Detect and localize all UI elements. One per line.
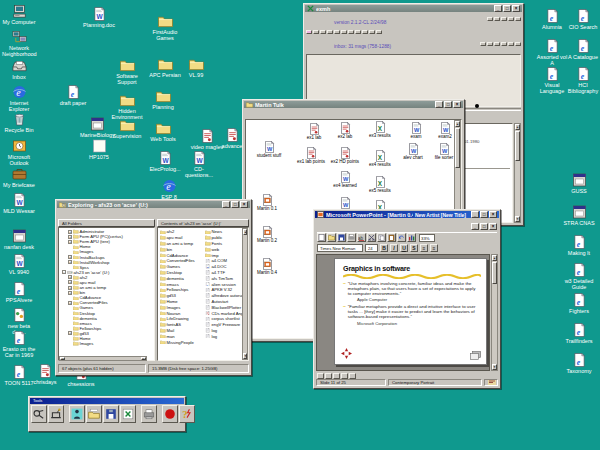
file-icon-item[interactable]: Martin 0.1 xyxy=(252,193,282,212)
scroll-left-icon[interactable]: ◄ xyxy=(60,357,65,360)
desktop-icon[interactable]: e Visual Language xyxy=(535,66,569,94)
normal-view-button[interactable] xyxy=(317,373,324,379)
toolbar-button[interactable] xyxy=(407,233,416,242)
launcher-button[interactable] xyxy=(69,405,85,423)
scroll-down-icon[interactable]: ▼ xyxy=(515,216,520,222)
folder-button[interactable] xyxy=(320,30,326,34)
file-icon-item[interactable]: W ex4 learned xyxy=(330,170,360,189)
file-icon-item[interactable]: X ex4 results xyxy=(365,149,395,168)
launcher-button[interactable] xyxy=(162,405,178,423)
file-icon-item[interactable]: ex2 lab xyxy=(330,121,360,140)
file-icon-item[interactable]: W student stuff xyxy=(254,140,284,159)
desktop-icon[interactable]: W CD-questions... xyxy=(182,150,216,178)
italic-button[interactable]: I xyxy=(390,244,398,252)
desktop-icon[interactable]: e ESP 8 xyxy=(152,178,186,200)
scroll-up-icon[interactable]: ▲ xyxy=(455,121,460,127)
maximize-icon[interactable]: □ xyxy=(444,101,452,108)
folder-button[interactable] xyxy=(334,30,340,34)
maximize-icon[interactable]: □ xyxy=(231,201,239,208)
font-select[interactable]: Times New Roman xyxy=(317,244,363,252)
exmh-menu-button[interactable] xyxy=(487,17,493,21)
contents-item[interactable]: MissingPeople xyxy=(160,339,204,345)
launcher-titlebar[interactable]: Tools xyxy=(30,398,184,404)
launcher-button[interactable]: ? xyxy=(179,405,195,423)
desktop-icon[interactable]: Planning xyxy=(146,88,180,110)
desktop-icon[interactable]: VL.99 xyxy=(179,56,213,78)
desktop-icon[interactable]: e Erasto on the Car in 1969 xyxy=(2,330,36,358)
exmh-scrollbar[interactable]: ▲ ▼ xyxy=(514,123,521,223)
close-icon[interactable]: × xyxy=(240,201,248,208)
desktop-icon[interactable]: W Planning.doc xyxy=(82,6,116,28)
close-icon[interactable]: × xyxy=(453,101,461,108)
launcher-button[interactable] xyxy=(86,405,102,423)
desktop-icon[interactable]: APC Persian xyxy=(148,56,182,78)
sorter-view-button[interactable] xyxy=(341,373,348,379)
exmh-list-button[interactable] xyxy=(480,42,486,46)
desktop-icon[interactable]: e Trailfinders xyxy=(562,322,596,344)
child-restore-icon[interactable]: □ xyxy=(480,223,488,230)
desktop-icon[interactable]: nanfan desk xyxy=(2,228,36,250)
exmh-menu-button[interactable] xyxy=(508,17,514,21)
align-center-button[interactable]: ≡ xyxy=(430,244,438,252)
file-icon-item[interactable]: X ex3 results xyxy=(365,120,395,139)
slide-view-button[interactable] xyxy=(333,373,340,379)
desktop-icon[interactable]: W MLD Wessar xyxy=(2,192,36,214)
toolbar-button[interactable] xyxy=(317,233,326,242)
exmh-list-button[interactable] xyxy=(487,42,493,46)
desktop-icon[interactable]: e CIO Search xyxy=(566,8,600,30)
scroll-up-icon[interactable]: ▲ xyxy=(492,255,497,261)
close-icon[interactable]: × xyxy=(512,5,520,12)
desktop-icon[interactable]: HP1075 xyxy=(82,138,116,160)
toolbar-button[interactable] xyxy=(367,233,376,242)
desktop-icon[interactable]: W ElecProlog... xyxy=(148,150,182,172)
folder-button[interactable] xyxy=(341,30,347,34)
desktop-icon[interactable]: Network Neighborhood xyxy=(2,29,36,57)
exmh-list-button[interactable] xyxy=(508,42,514,46)
outline-view-button[interactable] xyxy=(325,373,332,379)
zoom-select[interactable]: 33% xyxy=(419,234,435,242)
shadow-button[interactable]: S xyxy=(410,244,418,252)
contents-item[interactable]: CDs marked AngelCards xyxy=(205,310,247,316)
file-icon-item[interactable]: Martin 0.2 xyxy=(252,225,282,244)
slide-bullet-block[interactable]: – “Use metaphors involving concrete, fam… xyxy=(343,281,480,302)
exmh-menu-button[interactable] xyxy=(515,17,521,21)
contents-item[interactable]: BlackwellPlotter xyxy=(205,304,247,310)
desktop-icon[interactable]: Inbox xyxy=(2,58,36,80)
exmh-sash-grip[interactable] xyxy=(475,104,479,108)
martin-titlebar[interactable]: Martin Tulk _ □ × xyxy=(244,101,463,108)
close-icon[interactable]: × xyxy=(489,211,497,218)
launcher-button[interactable] xyxy=(141,405,157,423)
minimize-icon[interactable]: _ xyxy=(471,211,479,218)
expand-icon[interactable]: - xyxy=(62,270,66,274)
maximize-icon[interactable]: □ xyxy=(503,5,511,12)
file-icon-item[interactable]: W exam xyxy=(401,121,431,140)
folder-button[interactable] xyxy=(306,30,312,34)
powerpoint-titlebar[interactable]: Microsoft PowerPoint - [Martin 0.4] New … xyxy=(315,211,499,218)
desktop-icon[interactable]: e Assorted vol A xyxy=(535,38,569,66)
folder-button[interactable] xyxy=(355,30,361,34)
expand-icon[interactable]: + xyxy=(68,286,72,290)
slide-title[interactable]: Graphics in software xyxy=(343,264,480,273)
desktop-icon[interactable]: Supervision xyxy=(110,117,144,139)
font-size-select[interactable]: 24 xyxy=(365,244,378,252)
desktop-icon[interactable]: e A Catalogue xyxy=(566,38,600,60)
desktop-icon[interactable]: Recycle Bin xyxy=(2,111,36,133)
contents-item[interactable]: log xyxy=(205,333,247,339)
maximize-icon[interactable]: □ xyxy=(480,211,488,218)
file-icon-item[interactable]: X ex5 results xyxy=(365,175,395,194)
expand-icon[interactable]: + xyxy=(68,301,72,305)
desktop-icon[interactable]: e PPSAlvere xyxy=(2,281,36,303)
file-icon-item[interactable]: W alev chart xyxy=(398,142,428,161)
contents-vscrollbar[interactable]: ▲ ▼ xyxy=(242,228,248,360)
toolbar-button[interactable] xyxy=(387,233,396,242)
expand-icon[interactable]: + xyxy=(68,260,72,264)
scroll-up-icon[interactable]: ▲ xyxy=(243,229,247,235)
toolbar-button[interactable] xyxy=(347,233,356,242)
exmh-list-button[interactable] xyxy=(494,42,500,46)
slideshow-view-button[interactable] xyxy=(349,373,356,379)
file-icon-item[interactable]: ex2 HD points xyxy=(330,146,360,165)
minimize-icon[interactable]: _ xyxy=(494,5,502,12)
toolbar-button[interactable] xyxy=(397,233,406,242)
toolbar-button[interactable] xyxy=(377,233,386,242)
slide-scrollbar[interactable]: ▲ ▼ xyxy=(491,254,498,371)
